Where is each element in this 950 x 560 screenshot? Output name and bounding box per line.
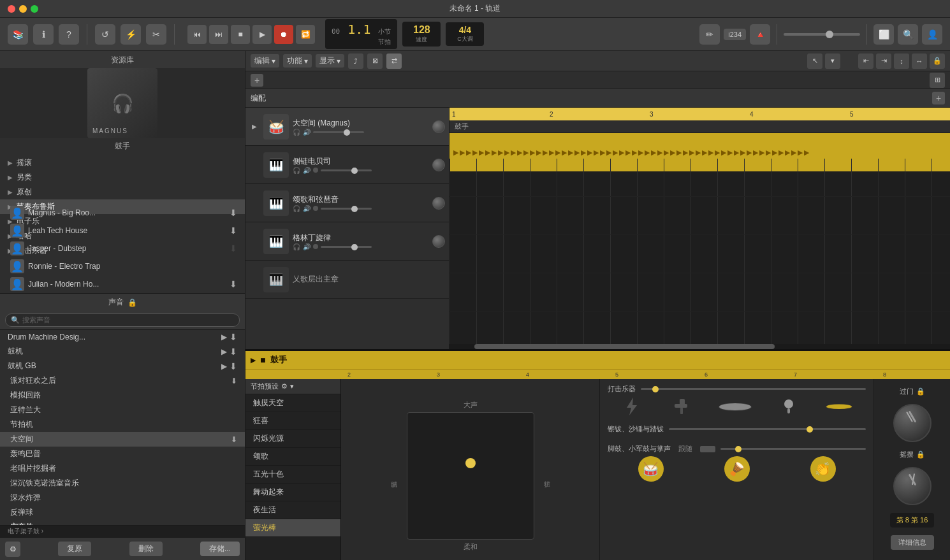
preset-space[interactable]: 大空间 ⬇ <box>0 432 245 447</box>
preset-party[interactable]: 派对狂欢之后 ⬇ <box>0 373 245 388</box>
restore-button[interactable]: 复原 <box>58 542 91 556</box>
play-icon-drum-gb[interactable]: ▶ <box>221 362 227 371</box>
dm-stop-icon[interactable]: ⏹ <box>259 356 267 364</box>
hihat-icon[interactable] <box>826 404 852 409</box>
track-item-4[interactable]: 🎹 乂歌层出主章 <box>245 261 449 299</box>
time-sig-display[interactable]: 4/4 C大调 <box>446 22 484 46</box>
undo-button[interactable]: ↺ <box>95 24 115 45</box>
edit-menu[interactable]: 编辑 ▾ <box>251 54 279 68</box>
cut-button[interactable]: ✂ <box>146 24 166 45</box>
track-item-1[interactable]: 🎹 侧链电贝司 🎧 🔊 <box>245 146 449 184</box>
download-party[interactable]: ⬇ <box>231 377 237 385</box>
badge-button[interactable]: i234 <box>724 29 746 40</box>
track-item-0[interactable]: ▶ 🥁 大空间 (Magnus) 🎧 🔊 <box>245 108 449 146</box>
track-volume-1[interactable] <box>321 169 372 171</box>
display-menu[interactable]: 显示 ▾ <box>316 54 344 68</box>
dm-gear-icon[interactable]: ⚙ <box>281 382 288 391</box>
mixer-button[interactable]: ⚡ <box>121 24 141 45</box>
dm-preset-flash[interactable]: 闪烁光源 <box>245 430 340 448</box>
dm-play-icon[interactable]: ▶ <box>251 356 256 364</box>
dm-preset-dance[interactable]: 舞动起来 <box>245 484 340 501</box>
mode-button[interactable]: ⇄ <box>386 54 402 69</box>
zoom-out-btn[interactable]: 🔒 <box>930 54 945 69</box>
download-icon-julian[interactable]: ⬇ <box>230 279 237 289</box>
preset-item-leah[interactable]: 👤 Leah Tech House ⬇ <box>0 222 245 240</box>
maximize-button[interactable] <box>31 5 38 13</box>
track-play-2[interactable] <box>249 198 259 208</box>
kick-slider[interactable] <box>720 448 866 450</box>
record-button[interactable]: ⏺ <box>274 25 293 44</box>
cursor-mode[interactable]: ↖ <box>807 54 822 69</box>
add-track-button[interactable]: + <box>251 74 263 87</box>
cycle-button[interactable]: 🔁 <box>296 25 315 44</box>
download-icon-leah[interactable]: ⬇ <box>230 226 237 236</box>
fastforward-button[interactable]: ⏭ <box>209 25 228 44</box>
dm-preset-nightlife[interactable]: 夜生活 <box>245 501 340 519</box>
track-pan-0[interactable] <box>432 120 445 133</box>
metronome-button[interactable]: 🔺 <box>750 24 770 45</box>
preset-item-magnus[interactable]: 👤 Magnus - Big Roo... ⬇ <box>0 204 245 222</box>
dm-preset-glow[interactable]: 萤光棒 <box>245 519 340 537</box>
library-button[interactable]: 📚 <box>8 24 28 45</box>
preset-metronome[interactable]: 节拍机 <box>0 417 245 432</box>
hammer-icon[interactable] <box>671 396 691 417</box>
minimize-button[interactable] <box>19 5 27 13</box>
cursor-menu[interactable]: ▾ <box>825 54 840 69</box>
preset-analog[interactable]: 模拟回路 <box>0 388 245 403</box>
preset-bomb[interactable]: 深水炸弹 <box>0 491 245 505</box>
track-volume-3[interactable] <box>321 246 372 248</box>
preset-item-julian[interactable]: 👤 Julian - Modern Ho... ⬇ <box>0 275 245 293</box>
download-icon-magnus[interactable]: ⬇ <box>230 208 237 218</box>
loop-button[interactable]: ⊠ <box>367 54 383 69</box>
align-right-btn[interactable]: ⇥ <box>876 54 891 69</box>
align-left-btn[interactable]: ⇤ <box>858 54 873 69</box>
genre-item-original[interactable]: ▶ 原创 <box>0 185 245 199</box>
genre-item-rock[interactable]: ▶ 摇滚 <box>0 155 245 170</box>
detail-button[interactable]: 详细信息 <box>891 535 934 550</box>
preset-item-ronnie[interactable]: 👤 Ronnie - Electro Trap <box>0 257 245 275</box>
play-icon-drum[interactable]: ▶ <box>221 347 227 356</box>
info-button[interactable]: ℹ <box>33 24 54 45</box>
cat-drum-gb[interactable]: 鼓机 GB ▶ ⬇ <box>0 359 245 373</box>
settings-button[interactable]: ⚙ <box>5 542 20 557</box>
preset-empty[interactable]: 空套件 <box>0 520 245 525</box>
search-right-button[interactable]: 🔍 <box>898 24 918 45</box>
track-play-3[interactable] <box>249 236 259 247</box>
dm-preset-touch[interactable]: 触摸天空 <box>245 394 340 412</box>
smart-controls-btn[interactable]: ⊞ <box>930 73 945 88</box>
track-volume-2[interactable] <box>321 208 372 210</box>
cymbal-slider[interactable] <box>669 428 866 430</box>
delete-button[interactable]: 删除 <box>129 542 163 556</box>
dm-preset-colorful[interactable]: 五光十色 <box>245 466 340 484</box>
play-icon-dm[interactable]: ▶ <box>221 333 227 341</box>
track-volume-0[interactable] <box>313 131 364 133</box>
preset-atlanta[interactable]: 亚特兰大 <box>0 403 245 417</box>
follow-toggle[interactable] <box>700 446 715 452</box>
track-item-2[interactable]: 🎹 颂歌和弦琶音 🎧 🔊 <box>245 184 449 222</box>
close-button[interactable] <box>8 5 15 13</box>
preset-bass[interactable]: 轰鸣巴普 <box>0 447 245 461</box>
dm-preset-ode[interactable]: 颂歌 <box>245 448 340 466</box>
preset-techno[interactable]: 深沉铁克诺浩室音乐 <box>0 476 245 491</box>
expand-btn[interactable]: ↕ <box>894 54 909 69</box>
preset-item-jasper[interactable]: 👤 Jasper - Dubstep ⬇ <box>0 240 245 257</box>
shaker-icon[interactable] <box>780 398 798 415</box>
save-button[interactable]: 存储... <box>200 542 240 556</box>
cat-drum[interactable]: 鼓机 ▶ ⬇ <box>0 344 245 359</box>
track-pan-1[interactable] <box>432 159 445 171</box>
track-play-1[interactable] <box>249 160 259 170</box>
h-scrollbar[interactable] <box>449 344 950 349</box>
track-pan-3[interactable] <box>432 235 445 248</box>
clap-icon[interactable]: 👏 <box>810 456 836 482</box>
cat-drum-machine[interactable]: Drum Machine Desig... ▶ ⬇ <box>0 330 245 344</box>
xy-pad[interactable]: 细腻 粗犷 <box>407 412 534 540</box>
download-icon-drum[interactable]: ⬇ <box>230 347 237 357</box>
track-item-3[interactable]: 🎹 格林丁旋律 🎧 🔊 <box>245 222 449 261</box>
profile-button[interactable]: 👤 <box>922 24 942 45</box>
preset-digger[interactable]: 老唱片挖掘者 <box>0 461 245 476</box>
sound-search-box[interactable]: 🔍 搜索声音 <box>5 313 240 327</box>
zoom-in-btn[interactable]: ↔ <box>912 54 927 69</box>
track-play-0[interactable]: ▶ <box>249 122 259 132</box>
plate-cymbal-icon[interactable] <box>719 403 751 410</box>
preset-bounce[interactable]: 反弹球 <box>0 505 245 520</box>
